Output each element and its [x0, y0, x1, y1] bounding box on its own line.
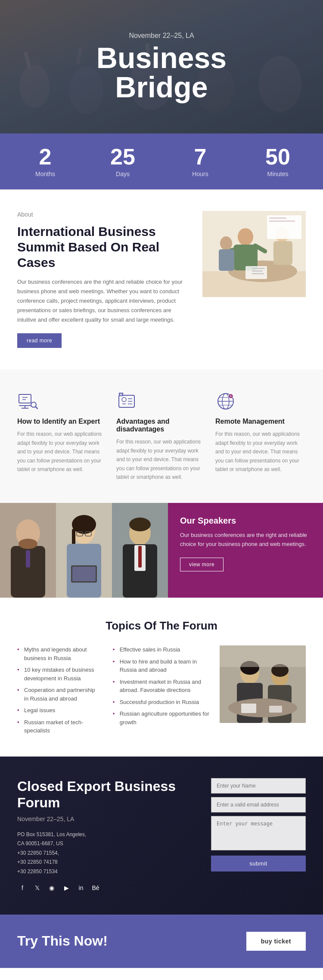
youtube-icon[interactable]: ▶ [61, 883, 71, 893]
twitter-icon[interactable]: 𝕏 [32, 883, 42, 893]
topic-item-10: Russian agriculture opportunities for gr… [113, 710, 211, 726]
forum-info: Closed Export Business Forum November 22… [17, 778, 194, 893]
topic-item-2: 10 key mistakes of business development … [17, 666, 100, 682]
hero-content: November 22–25, LA Business Bridge [96, 32, 227, 102]
speakers-title: Our Speakers [180, 516, 311, 526]
days-number: 25 [110, 146, 135, 168]
feature-title-3: Remote Management [215, 418, 306, 425]
topic-item-9: Successful production in Russia [113, 698, 211, 707]
svg-rect-67 [72, 567, 96, 581]
forum-section: Closed Export Business Forum November 22… [0, 757, 323, 915]
topic-item-4: Legal issues [17, 706, 100, 715]
advantages-icon [116, 391, 138, 412]
svg-point-37 [122, 397, 126, 402]
svg-rect-85 [220, 645, 306, 667]
svg-point-13 [238, 228, 253, 245]
about-image [202, 211, 306, 297]
forum-title: Closed Export Business Forum [17, 778, 194, 811]
facebook-icon[interactable]: f [17, 883, 28, 893]
svg-rect-23 [252, 270, 263, 272]
svg-rect-27 [269, 220, 295, 222]
behance-icon[interactable]: Bé [90, 883, 101, 893]
buy-ticket-button[interactable]: buy ticket [246, 932, 306, 951]
countdown-days: 25 Days [84, 146, 162, 177]
speakers-info: Our Speakers Our business conferences ar… [168, 503, 323, 598]
about-text: About International Business Summit Base… [17, 211, 189, 348]
remote-management-icon [215, 391, 237, 412]
svg-point-56 [19, 539, 37, 549]
topic-item-7: How to hire and build a team in Russia a… [113, 657, 211, 674]
svg-rect-26 [269, 217, 286, 219]
svg-rect-61 [72, 529, 75, 546]
topics-col-1: Myths and legends about business in Russ… [17, 645, 100, 735]
topic-item-1: Myths and legends about business in Russ… [17, 645, 100, 662]
feature-title-1: How to Identify an Expert [17, 418, 108, 425]
hero-date: November 22–25, LA [96, 32, 227, 40]
days-label: Days [116, 171, 130, 177]
countdown-hours: 7 Hours [162, 146, 239, 177]
svg-rect-28 [19, 394, 31, 403]
countdown-section: 2 Months 25 Days 7 Hours 50 Minutes [0, 133, 323, 189]
cta-section: Try This Now! buy ticket [0, 915, 323, 968]
feature-desc-1: For this reason, our web applications ad… [17, 430, 108, 474]
forum-date: November 22–25, LA [17, 816, 194, 822]
instagram-icon[interactable]: ◉ [47, 883, 57, 893]
about-tag: About [17, 211, 189, 218]
read-more-button[interactable]: read more [17, 333, 62, 348]
view-more-button[interactable]: view more [180, 558, 224, 571]
hours-number: 7 [194, 146, 207, 168]
partners-section: KLASSCO Riviana ⊙ Target AmericanHeartAs… [0, 968, 323, 980]
topics-content: Myths and legends about business in Russ… [17, 645, 306, 735]
svg-rect-18 [273, 241, 292, 265]
linkedin-icon[interactable]: in [76, 883, 86, 893]
months-label: Months [35, 171, 55, 177]
forum-form: submit [211, 778, 306, 871]
about-title: International Business Summit Based On R… [17, 224, 189, 270]
speakers-section: Our Speakers Our business conferences ar… [0, 503, 323, 598]
topics-two-col: Myths and legends about business in Russ… [17, 645, 211, 735]
minutes-number: 50 [265, 146, 290, 168]
speaker-photo-2 [56, 503, 112, 598]
speaker-3-svg [112, 503, 168, 598]
topics-image-svg [220, 645, 306, 723]
features-section: How to Identify an Expert For this reaso… [0, 369, 323, 503]
svg-rect-84 [269, 706, 282, 713]
minutes-label: Minutes [267, 171, 288, 177]
topic-item-3: Cooperation and partnership in Russia an… [17, 686, 100, 703]
svg-point-60 [72, 515, 96, 534]
name-input[interactable] [211, 778, 306, 794]
feature-title-2: Advantages and disadvantages [116, 418, 207, 433]
speaker-photo-1 [0, 503, 56, 598]
message-input[interactable] [211, 816, 306, 850]
svg-rect-22 [252, 268, 265, 269]
svg-rect-20 [219, 249, 234, 271]
hero-section: November 22–25, LA Business Bridge [0, 0, 323, 133]
feature-desc-3: For this reason, our web applications ad… [215, 430, 306, 474]
hours-label: Hours [192, 171, 208, 177]
feature-item-3: Remote Management For this reason, our w… [215, 391, 306, 481]
topics-list: Myths and legends about business in Russ… [17, 645, 211, 735]
feature-item-2: Advantages and disadvantages For this re… [116, 391, 207, 481]
about-description: Our business conferences are the right a… [17, 277, 189, 325]
about-section: About International Business Summit Base… [0, 189, 323, 369]
svg-rect-83 [241, 704, 256, 713]
svg-rect-73 [138, 546, 142, 568]
svg-rect-42 [119, 393, 123, 396]
topics-image [220, 645, 306, 723]
speaker-1-svg [0, 503, 56, 598]
submit-button[interactable]: submit [211, 856, 306, 871]
svg-point-82 [228, 698, 297, 717]
forum-address: PO Box 515381, Los Angeles, CA 90051-668… [17, 830, 194, 877]
countdown-minutes: 50 Minutes [239, 146, 317, 177]
svg-point-19 [220, 236, 232, 250]
email-input[interactable] [211, 797, 306, 813]
forum-social: f 𝕏 ◉ ▶ in Bé [17, 883, 194, 893]
countdown-months: 2 Months [6, 146, 84, 177]
speaker-2-svg [56, 503, 112, 598]
about-image-svg [202, 211, 306, 297]
speaker-photo-3 [112, 503, 168, 598]
topics-section: Topics Of The Forum Myths and legends ab… [0, 598, 323, 757]
topics-col-2: Effective sales in Russia How to hire an… [113, 645, 211, 735]
feature-item-1: How to Identify an Expert For this reaso… [17, 391, 108, 481]
svg-rect-25 [267, 215, 301, 239]
